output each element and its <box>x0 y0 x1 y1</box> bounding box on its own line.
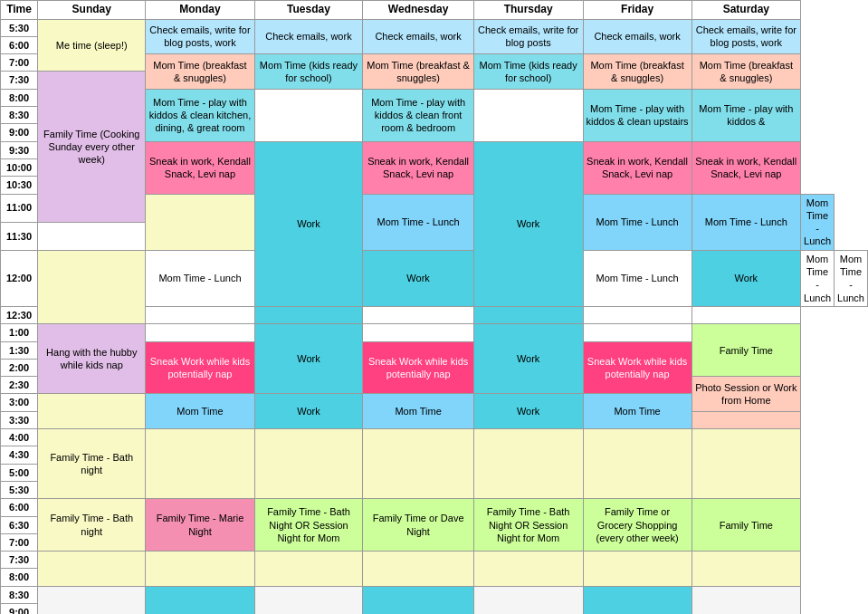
thursday-730 <box>473 552 583 587</box>
thursday-530: Check emails, write for blog posts <box>473 19 583 54</box>
wednesday-700: Mom Time (breakfast & snuggles) <box>363 54 473 90</box>
friday-830: Work <box>583 586 692 614</box>
monday-1200: Mom Time - Lunch <box>146 250 254 306</box>
header-friday: Friday <box>583 1 692 20</box>
monday-530: Check emails, write for blog posts, work <box>146 19 254 54</box>
tuesday-530: Check emails, work <box>254 19 363 54</box>
monday-100 <box>146 324 254 341</box>
wednesday-1100: Mom Time - Lunch <box>583 194 692 250</box>
tuesday-800 <box>254 89 363 141</box>
saturday-330 <box>692 411 800 428</box>
tuesday-1230 <box>254 306 363 323</box>
tuesday-100: Work <box>254 324 363 394</box>
tuesday-700: Mom Time (kids ready for school) <box>254 54 363 90</box>
time-600: 6:00 <box>1 36 38 53</box>
friday-130: Sneak Work while kids potentially nap <box>583 341 692 394</box>
time-600pm: 6:00 <box>1 499 38 516</box>
saturday-400 <box>692 429 800 499</box>
friday-600: Family Time or Grocery Shopping (every o… <box>583 499 692 552</box>
friday-300: Mom Time <box>583 394 692 429</box>
time-830pm: 8:30 <box>1 586 38 603</box>
friday-800: Mom Time - play with kiddos & clean upst… <box>583 89 692 141</box>
friday-1200: Mom Time - Lunch <box>801 250 835 306</box>
saturday-230: Photo Session or Work from Home <box>692 377 800 412</box>
sunday-400: Family Time - Bath night <box>38 429 146 499</box>
wednesday-1230 <box>363 306 473 323</box>
tuesday-830: Wine Time <box>254 586 363 614</box>
saturday-830: Wine Time <box>692 586 800 614</box>
table-row: 5:30 Me time (sleep!) Check emails, writ… <box>1 19 868 36</box>
time-830: 8:30 <box>1 107 38 124</box>
monday-130: Sneak Work while kids potentially nap <box>146 341 254 394</box>
saturday-1200: Mom Time - Lunch <box>835 250 868 306</box>
wednesday-930: Sneak in work, Kendall Snack, Levi nap <box>363 141 473 194</box>
time-1030: 10:30 <box>1 177 38 194</box>
time-130: 1:30 <box>1 341 38 359</box>
wednesday-800: Mom Time - play with kiddos & clean fron… <box>363 89 473 141</box>
saturday-1100: Mom Time - Lunch <box>801 194 835 250</box>
time-630: 6:30 <box>1 516 38 533</box>
friday-930: Sneak in work, Kendall Snack, Levi nap <box>583 141 692 194</box>
time-200: 2:00 <box>1 359 38 376</box>
sunday-100: Hang with the hubby while kids nap <box>38 324 146 394</box>
friday-730 <box>583 552 692 587</box>
time-800pm: 8:00 <box>1 569 38 586</box>
wednesday-830: Work <box>363 586 473 614</box>
wednesday-600: Family Time or Dave Night <box>363 499 473 552</box>
tuesday-400 <box>254 429 363 499</box>
time-330: 3:30 <box>1 411 38 428</box>
table-row: 6:00 Family Time - Bath night Family Tim… <box>1 499 868 516</box>
sunday-1100 <box>146 194 254 250</box>
monday-800: Mom Time - play with kiddos & clean kitc… <box>146 89 254 141</box>
saturday-700: Mom Time (breakfast & snuggles) <box>692 54 800 90</box>
wednesday-530: Check emails, work <box>363 19 473 54</box>
time-1200: 12:00 <box>1 250 38 306</box>
time-700: 7:00 <box>1 54 38 72</box>
wednesday-130: Sneak Work while kids potentially nap <box>363 341 473 394</box>
monday-1100: Mom Time - Lunch <box>363 194 473 250</box>
time-1000: 10:00 <box>1 158 38 176</box>
header-time: Time <box>1 1 38 20</box>
time-700pm: 7:00 <box>1 533 38 551</box>
table-row: 12:00 Mom Time - Lunch Work Mom Time - L… <box>1 250 868 306</box>
time-900: 9:00 <box>1 124 38 141</box>
saturday-600: Family Time <box>692 499 800 552</box>
friday-700: Mom Time (breakfast & snuggles) <box>583 54 692 90</box>
tuesday-930: Work <box>254 141 363 306</box>
thursday-700: Mom Time (kids ready for school) <box>473 54 583 90</box>
table-row: 8:30 Wine Time Work Wine Time Work Wine … <box>1 586 868 603</box>
thursday-800 <box>473 89 583 141</box>
sunday-530: Me time (sleep!) <box>38 19 146 72</box>
sunday-300 <box>38 394 146 429</box>
time-500: 5:00 <box>1 464 38 481</box>
header-sunday: Sunday <box>38 1 146 20</box>
thursday-930: Work <box>473 141 583 306</box>
header-wednesday: Wednesday <box>363 1 473 20</box>
table-row: 1:00 Hang with the hubby while kids nap … <box>1 324 868 341</box>
friday-1100: Mom Time - Lunch <box>692 194 800 250</box>
header-saturday: Saturday <box>692 1 800 20</box>
time-530pm: 5:30 <box>1 481 38 498</box>
saturday-100: Family Time <box>692 324 800 377</box>
time-230: 2:30 <box>1 377 38 394</box>
saturday-1230 <box>692 306 800 323</box>
header-thursday: Thursday <box>473 1 583 20</box>
tuesday-300: Work <box>254 394 363 429</box>
header-monday: Monday <box>146 1 254 20</box>
thursday-600: Family Time - Bath Night OR Session Nigh… <box>473 499 583 552</box>
time-930: 9:30 <box>1 141 38 158</box>
header-tuesday: Tuesday <box>254 1 363 20</box>
monday-1230 <box>146 306 254 323</box>
monday-930: Sneak in work, Kendall Snack, Levi nap <box>146 141 254 194</box>
time-1130: 11:30 <box>1 222 38 250</box>
time-530: 5:30 <box>1 19 38 36</box>
thursday-100: Work <box>473 324 583 394</box>
wednesday-100 <box>363 324 473 341</box>
wednesday-730 <box>363 552 473 587</box>
saturday-930: Sneak in work, Kendall Snack, Levi nap <box>692 141 800 194</box>
monday-700: Mom Time (breakfast & snuggles) <box>146 54 254 90</box>
saturday-730 <box>692 552 800 587</box>
sunday-700: Family Time (Cooking Sunday every other … <box>38 72 146 222</box>
thursday-400 <box>473 429 583 499</box>
friday-400 <box>583 429 692 499</box>
